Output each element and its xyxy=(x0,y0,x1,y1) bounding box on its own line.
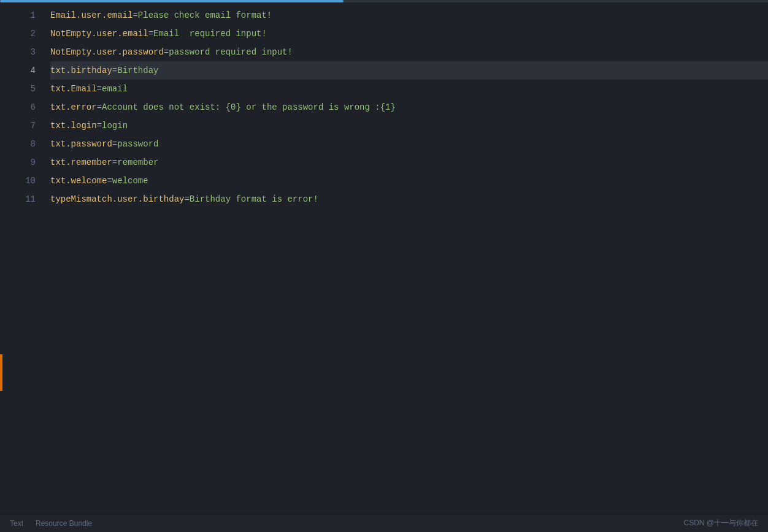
line-number-5: 5 xyxy=(31,80,36,98)
line-numbers-gutter: 1 2 3 4 5 6 7 8 9 10 11 xyxy=(2,2,45,514)
code-key-2: NotEmpty.user.email xyxy=(50,25,148,43)
code-key-10: txt.welcome xyxy=(50,172,107,190)
left-gutter-bar xyxy=(0,2,2,514)
status-left-section: Text Resource Bundle xyxy=(10,519,92,528)
code-line-6: txt.error=Account does not exist: {0} or… xyxy=(50,98,768,116)
code-value-5: email xyxy=(102,80,128,98)
line-number-1: 1 xyxy=(31,6,36,25)
code-key-1: Email.user.email xyxy=(50,6,132,25)
code-value-8: password xyxy=(117,135,158,153)
code-key-6: txt.error xyxy=(50,98,97,116)
code-value-10: welcome xyxy=(112,172,148,190)
left-indicator xyxy=(0,354,2,391)
line-number-8: 8 xyxy=(31,135,36,153)
code-value-9: remember xyxy=(117,153,158,172)
code-value-6: Account does not exist: {0} or the passw… xyxy=(102,98,396,116)
code-value-1: Please check email format! xyxy=(138,6,272,25)
line-number-9: 9 xyxy=(31,153,36,172)
code-value-2: Email required input! xyxy=(153,25,267,43)
code-value-3: password required input! xyxy=(169,43,293,61)
code-key-5: txt.Email xyxy=(50,80,97,98)
line-number-10: 10 xyxy=(25,172,36,190)
status-filetype: Text xyxy=(10,519,23,528)
code-line-2: NotEmpty.user.email=Email required input… xyxy=(50,25,768,43)
code-line-3: NotEmpty.user.password=password required… xyxy=(50,43,768,61)
code-key-3: NotEmpty.user.password xyxy=(50,43,164,61)
code-line-5: txt.Email=email xyxy=(50,80,768,98)
code-key-8: txt.password xyxy=(50,135,112,153)
line-number-7: 7 xyxy=(31,116,36,135)
code-key-7: txt.login xyxy=(50,116,97,135)
code-value-7: login xyxy=(102,116,128,135)
line-number-4: 4 xyxy=(31,61,36,80)
status-bundle-type: Resource Bundle xyxy=(36,519,92,528)
code-line-8: txt.password=password xyxy=(50,135,768,153)
code-value-4: Birthday xyxy=(117,61,158,80)
line-number-2: 2 xyxy=(31,25,36,43)
status-bar: Text Resource Bundle CSDN @十一与你都在 xyxy=(0,514,768,532)
status-right-label: CSDN @十一与你都在 xyxy=(683,518,758,528)
code-key-4: txt.birthday xyxy=(50,61,112,80)
editor-container: 1 2 3 4 5 6 7 8 9 10 11 Email.user.email… xyxy=(2,2,768,514)
code-value-11: Birthday format is error! xyxy=(190,190,318,208)
code-line-1: Email.user.email=Please check email form… xyxy=(50,6,768,25)
line-number-3: 3 xyxy=(31,43,36,61)
code-line-9: txt.remember=remember xyxy=(50,153,768,172)
code-line-7: txt.login=login xyxy=(50,116,768,135)
code-key-9: txt.remember xyxy=(50,153,112,172)
line-number-6: 6 xyxy=(31,98,36,116)
code-key-11: typeMismatch.user.birthday xyxy=(50,190,184,208)
code-line-10: txt.welcome=welcome xyxy=(50,172,768,190)
line-number-11: 11 xyxy=(25,190,36,208)
code-line-4: txt.birthday=Birthday xyxy=(50,61,768,80)
code-editor[interactable]: Email.user.email=Please check email form… xyxy=(45,2,768,514)
code-line-11: typeMismatch.user.birthday=Birthday form… xyxy=(50,190,768,208)
